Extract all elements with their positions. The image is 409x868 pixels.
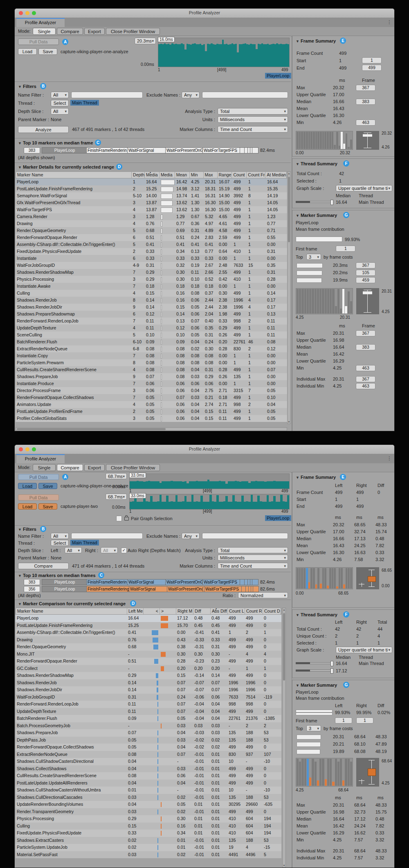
tab-profile-analyzer[interactable]: Profile Analyzer <box>16 18 65 27</box>
table-row[interactable]: RenderForwardOpaque.CollectShadows0.050.… <box>16 744 281 751</box>
name-filter-input[interactable] <box>71 92 143 98</box>
vertical-scrollbar[interactable]: ▲▼ <box>282 608 286 868</box>
table-row[interactable]: Min4.26463 <box>292 119 395 126</box>
name-filter-input[interactable] <box>71 533 143 539</box>
header-median[interactable]: •Media <box>145 172 160 178</box>
table-row[interactable]: Culling40.150.160.080.370.3049910.14 <box>16 290 287 297</box>
table-row[interactable]: RenderForwardOpaque.CollectShadows70.050… <box>16 394 287 401</box>
table-row[interactable]: Individual Max20.31367 <box>292 376 395 383</box>
marker-histogram[interactable] <box>296 288 353 314</box>
scrollbar-thumb[interactable] <box>17 428 166 430</box>
units-dropdown[interactable]: Milliseconds▾ <box>218 116 288 123</box>
table-row[interactable]: UpdateRendererBoundingVolumes0.040.050.0… <box>16 801 281 808</box>
scroll-up-icon[interactable]: ▲ <box>288 172 290 175</box>
table-row[interactable]: Shadows.RenderJobDir0.140.07-0.070.07199… <box>16 686 281 694</box>
top-marker-segment[interactable]: FinishFrameRenderin <box>87 147 128 153</box>
table-row[interactable]: FixedUpdate.PhysicsFixedUpdate0.330.340.… <box>16 830 281 837</box>
header-right-median[interactable]: Right M <box>176 608 193 614</box>
table-row[interactable]: Batch.ProcessGeometryJob-0.030.030.03-22 <box>16 722 281 730</box>
header-max[interactable]: Max <box>204 172 218 178</box>
median-frame-right-button[interactable]: 356 <box>24 586 40 592</box>
start-frame-button[interactable]: 1 <box>362 57 382 63</box>
top-marker-segment[interactable]: WaitForPresentOnG <box>166 147 203 153</box>
header-mean[interactable]: Mean <box>175 172 190 178</box>
table-row[interactable]: Upper Quartile17.0032.7415.74 <box>292 528 395 535</box>
header-range[interactable]: Range <box>218 172 232 178</box>
table-row[interactable]: 19.8968.0848.19 <box>292 748 395 755</box>
header-at-median[interactable]: At Median F <box>265 172 287 178</box>
table-row[interactable]: Shadows.RenderJob0.140.07-0.070.07199619… <box>16 679 281 687</box>
top-marker-segment[interactable]: WaitForSignal <box>129 586 167 592</box>
table-row[interactable]: Min4.25463 <box>292 365 395 372</box>
top-ten-bar-left[interactable]: PlayerLoopFinishFrameRenderinWaitForSign… <box>42 579 258 585</box>
table-row[interactable]: Animators.Update40.050.060.042.742.71998… <box>16 401 287 408</box>
table-row[interactable]: CullResults.CreateSharedRendererScene40.… <box>16 366 287 373</box>
scrollbar-thumb[interactable] <box>288 177 290 242</box>
top-marker-segment[interactable]: WaitForSignal <box>128 147 166 153</box>
load-right-button[interactable]: Load <box>18 503 37 510</box>
scroll-up-icon[interactable]: ▲ <box>283 609 285 611</box>
table-row[interactable]: Mean16.4224.247.82 <box>292 823 395 830</box>
exclude-mode-dropdown[interactable]: Any▾ <box>182 533 200 539</box>
table-row[interactable]: PlayerLoop16.6417.120.480.484994990 <box>16 615 281 622</box>
median-frame-button[interactable]: 383 <box>24 147 40 153</box>
table-row[interactable]: Semaphore.WaitForSignal5-1014.0013.741.4… <box>16 192 287 199</box>
marker-columns-dropdown[interactable]: Time and Count▾ <box>218 126 288 133</box>
mode-single-button[interactable]: Single <box>33 464 56 471</box>
collapse-triangle-icon[interactable]: ▼ <box>296 214 299 218</box>
frame-jump-button[interactable]: 367 <box>356 262 375 268</box>
table-row[interactable]: ParticleSystem.Prewarm80.080.080.080.080… <box>16 359 287 366</box>
title-bar[interactable]: Profile Analyzer <box>15 9 394 18</box>
analysis-type-dropdown[interactable]: Total▾ <box>218 547 288 553</box>
slider-thumb[interactable] <box>330 661 333 666</box>
pull-data-button[interactable]: Pull Data <box>18 38 59 45</box>
frame-histogram[interactable] <box>296 567 353 589</box>
header-count-frame[interactable]: Count Fra <box>247 172 265 178</box>
exclude-names-input[interactable] <box>202 92 288 98</box>
table-row[interactable]: Shadows.RenderJob80.140.160.062.442.3819… <box>16 297 287 304</box>
top-marker-segment-small[interactable] <box>252 579 258 585</box>
header-right-bar[interactable]: > <box>160 608 176 614</box>
table-row[interactable]: Material.SetPassFast0.030.02-0.010.01449… <box>16 851 281 859</box>
frame-jump-button[interactable]: 463 <box>356 383 375 389</box>
units-dropdown[interactable]: Milliseconds▾ <box>218 555 288 561</box>
table-row[interactable]: Assembly-CSharp.dll!::Collectable.OnTrig… <box>16 241 287 248</box>
header-count-right[interactable]: Count R <box>245 608 263 614</box>
frame-jump-button[interactable]: 367 <box>356 376 375 382</box>
collapse-triangle-icon[interactable]: ▼ <box>296 683 299 688</box>
load-button[interactable]: Load <box>18 48 37 55</box>
frame-jump-button[interactable]: 459 <box>356 277 375 283</box>
table-row[interactable]: Render.OpaqueGeometry0.680.38-0.310.3149… <box>16 643 281 651</box>
table-row[interactable]: Median16.6417.120.48 <box>292 816 395 823</box>
collapse-triangle-icon[interactable]: ▼ <box>296 39 299 43</box>
thread-value-chip[interactable]: Main Thread <box>70 540 99 546</box>
table-row[interactable]: PlayerLoop116.6416.424.2520.3116.0749911… <box>16 178 287 185</box>
table-row[interactable]: RenderForward.RenderLoopJob70.110.130.07… <box>16 318 287 325</box>
table-row[interactable]: Upper Quartile16.9832.7315.75 <box>292 809 395 816</box>
table-row[interactable]: WaitForJobGroupID0.310.24-0.060.06763375… <box>16 694 281 701</box>
save-button[interactable]: Save <box>38 48 57 55</box>
depth-slice-dropdown[interactable]: All▾ <box>51 108 69 115</box>
table-row[interactable]: Min4.267.583.32 <box>292 556 395 563</box>
scroll-down-icon[interactable]: ▼ <box>288 421 290 423</box>
collapse-triangle-icon[interactable]: ▼ <box>18 141 22 145</box>
header-abs-diff[interactable]: •Abs Diff <box>211 608 228 614</box>
header-count[interactable]: Count <box>232 172 247 178</box>
table-row[interactable]: Lower Quartile16.30 <box>292 112 395 119</box>
depth-left-dropdown[interactable]: All▾ <box>65 547 82 553</box>
top-n-dropdown[interactable]: 3▾ <box>306 725 321 731</box>
first-frame-right-button[interactable]: 1 <box>356 717 373 724</box>
top-marker-segment[interactable]: WaitForTargetFPS <box>203 147 240 153</box>
first-frame-button[interactable]: 1 <box>336 246 355 252</box>
collapse-triangle-icon[interactable]: ▼ <box>18 165 22 169</box>
table-row[interactable]: Max20.31367 <box>292 330 395 337</box>
collapse-triangle-icon[interactable]: ▼ <box>296 476 299 480</box>
collapse-triangle-icon[interactable]: ▼ <box>18 602 22 606</box>
pull-data-left-button[interactable]: Pull Data <box>18 474 59 480</box>
table-row[interactable]: Instantiate.Copy70.080.080.080.080.00110… <box>16 352 287 359</box>
table-row[interactable]: PostLateUpdate.ProfilerEndFrame20.050.06… <box>16 408 287 415</box>
top-marker-segment-small[interactable] <box>252 147 258 153</box>
frame-jump-button[interactable]: 463 <box>356 365 375 371</box>
exclude-names-input[interactable] <box>202 533 288 539</box>
top-marker-segment[interactable]: PlayerLoop <box>42 147 87 153</box>
